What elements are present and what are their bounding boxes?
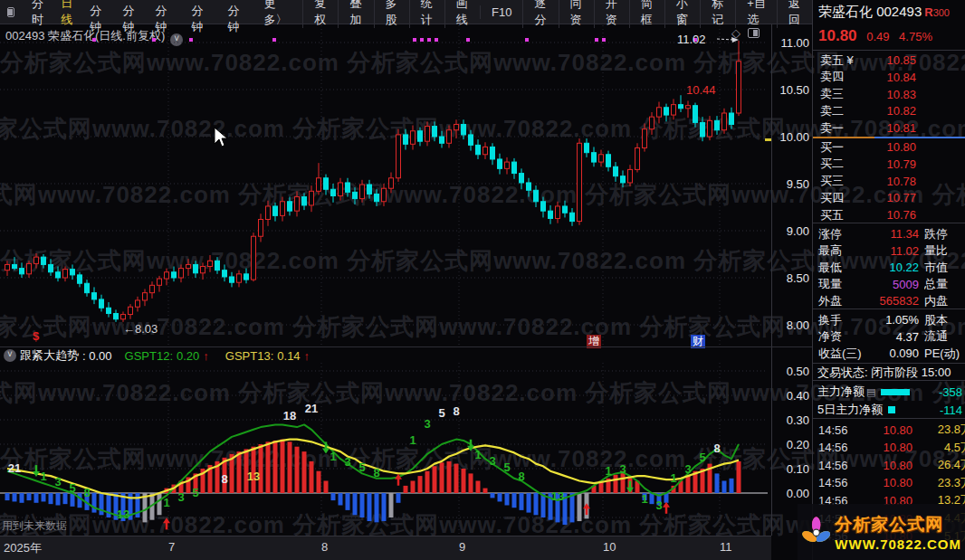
- menu-item[interactable]: 开资: [594, 0, 629, 28]
- svg-text:1: 1: [330, 450, 336, 463]
- buy-row[interactable]: 买二10.79: [813, 156, 965, 173]
- svg-text:8: 8: [518, 470, 524, 483]
- gspt13-label: GSPT13:: [225, 349, 273, 363]
- svg-text:21: 21: [305, 402, 318, 415]
- menu-item[interactable]: 多股: [374, 0, 409, 28]
- up-arrow-icon: ↑: [304, 349, 311, 363]
- mouse-cursor: [208, 125, 230, 150]
- price-axis-label: 8.50: [773, 271, 809, 285]
- menu-item[interactable]: 15分钟: [147, 0, 183, 35]
- menu-item[interactable]: 30分钟: [184, 0, 220, 35]
- svg-text:13: 13: [247, 470, 260, 483]
- bid-ask-ratio-bar: [813, 137, 965, 138]
- buy-row[interactable]: 买一10.80: [813, 138, 965, 156]
- svg-text:3: 3: [344, 455, 350, 469]
- menu-item[interactable]: 1分钟: [81, 0, 114, 35]
- svg-text:3: 3: [655, 498, 662, 512]
- main-net-flow-row: 主力净额▤ -358: [813, 383, 965, 401]
- price-axis-label: 8.00: [773, 318, 809, 332]
- menu-item[interactable]: F10: [480, 5, 522, 19]
- tick-row: 14:5610.8026.4万: [813, 457, 965, 474]
- svg-text:3: 3: [424, 417, 430, 431]
- svg-text:8: 8: [83, 486, 90, 499]
- menu-item[interactable]: 返回: [777, 0, 812, 28]
- menu-item[interactable]: 分时: [24, 0, 53, 28]
- svg-text:1: 1: [641, 492, 647, 506]
- tick-row: 14:5610.804.5万: [813, 439, 965, 456]
- indicator-axis-label: 0.40: [773, 389, 809, 403]
- price-change-pct: 4.75%: [899, 30, 932, 43]
- flow-legend-bar: [881, 389, 910, 395]
- svg-text:5: 5: [699, 451, 705, 464]
- stat-row: 换手1.05%股本: [813, 311, 965, 328]
- menu-item[interactable]: 叠加: [338, 0, 373, 28]
- site-logo[interactable]: 分析家公式网 WWW.70822.COM: [798, 504, 965, 560]
- stat-row: 净资4.37流通: [813, 328, 965, 346]
- menu-item[interactable]: 同资: [559, 0, 594, 28]
- menu-item[interactable]: 标记: [700, 0, 735, 28]
- margin-tag: R: [924, 5, 932, 19]
- svg-text:5: 5: [358, 460, 365, 474]
- menu-item[interactable]: 更多〉: [256, 0, 296, 28]
- menu-item[interactable]: 复权: [302, 0, 338, 28]
- menu-item[interactable]: 画线: [444, 0, 480, 28]
- collapse-chevron-icon[interactable]: ˅: [4, 349, 16, 362]
- menu-item[interactable]: 5分钟: [114, 0, 147, 35]
- axis-price-marker: [765, 138, 771, 141]
- indicator-axis-label: 0.30: [773, 413, 809, 427]
- svg-text:18: 18: [283, 409, 296, 422]
- svg-text:1: 1: [474, 448, 481, 461]
- sell-row[interactable]: 卖二10.82: [813, 102, 965, 119]
- buy-row[interactable]: 买三10.78: [813, 173, 965, 190]
- day5-net-flow-row: 5日主力净额 -114: [813, 401, 965, 419]
- up-arrow-icon: ↑: [203, 349, 209, 363]
- menu-item[interactable]: 日线: [53, 0, 81, 28]
- stat-row: 最低10.22市值: [813, 259, 965, 276]
- svg-text:5: 5: [192, 486, 198, 499]
- indicator-axis-label: 0.10: [773, 462, 809, 476]
- site-logo-flower-icon: [801, 508, 831, 555]
- sell-row[interactable]: 卖五 ¥10.85: [813, 52, 965, 69]
- menu-item[interactable]: 统计: [409, 0, 444, 28]
- index-tag: 300: [933, 7, 950, 18]
- svg-text:1: 1: [605, 464, 611, 478]
- svg-text:1: 1: [40, 470, 46, 483]
- svg-text:3: 3: [489, 454, 495, 468]
- svg-text:8: 8: [713, 441, 720, 455]
- svg-text:5: 5: [438, 406, 444, 420]
- site-url: WWW.70822.COM: [835, 536, 961, 552]
- future-data-note: 用到未来数据: [2, 518, 67, 534]
- buy-row[interactable]: 买四10.77: [813, 189, 965, 206]
- dollar-marker-icon: $: [33, 329, 39, 343]
- stock-title: 荣盛石化 002493R300: [818, 4, 963, 21]
- menu-item[interactable]: 简框: [629, 0, 664, 28]
- window-split-icon[interactable]: [7, 7, 14, 17]
- indicator-chart[interactable]: 2113581313581318211358135813581313131358: [0, 362, 771, 536]
- sell-row[interactable]: 卖一10.81: [813, 119, 965, 137]
- indicator-axis-label: 0.00: [773, 487, 809, 500]
- indicator-value: 0.00: [89, 349, 111, 363]
- menu-item[interactable]: 小窗: [664, 0, 700, 28]
- year-label: 2025年: [4, 540, 42, 556]
- price-axis-label: 10.50: [773, 83, 809, 97]
- sell-row[interactable]: 卖三10.83: [813, 86, 965, 103]
- indicator-header: ˅ 跟紧大趋势 : 0.00 GSPT12: 0.20 ↑ GSPT13: 0.…: [4, 348, 310, 363]
- gspt12-label: GSPT12:: [125, 349, 173, 363]
- pane-divider: [0, 346, 812, 347]
- buy-row[interactable]: 买五10.76: [813, 206, 965, 223]
- svg-text:13: 13: [551, 489, 564, 503]
- month-label: 11: [720, 540, 732, 554]
- stat-row: 最高11.02量比: [813, 242, 965, 260]
- menu-item[interactable]: +自选: [735, 0, 777, 28]
- sell-row[interactable]: 卖四10.84: [813, 69, 965, 86]
- indicator-axis-label: 0.50: [773, 365, 809, 378]
- month-label: 10: [603, 540, 616, 554]
- menu-item[interactable]: 逐分: [522, 0, 558, 28]
- svg-text:13: 13: [117, 508, 129, 521]
- tick-row: 14:5610.8023.3万: [813, 474, 965, 491]
- candlestick-chart[interactable]: [0, 24, 771, 346]
- price-change: 0.49: [866, 30, 889, 43]
- menu-item[interactable]: 60分钟: [220, 0, 256, 35]
- stat-row: 收益(三)0.090PE(动): [813, 345, 965, 362]
- main-net-flow-value: -358: [910, 385, 962, 399]
